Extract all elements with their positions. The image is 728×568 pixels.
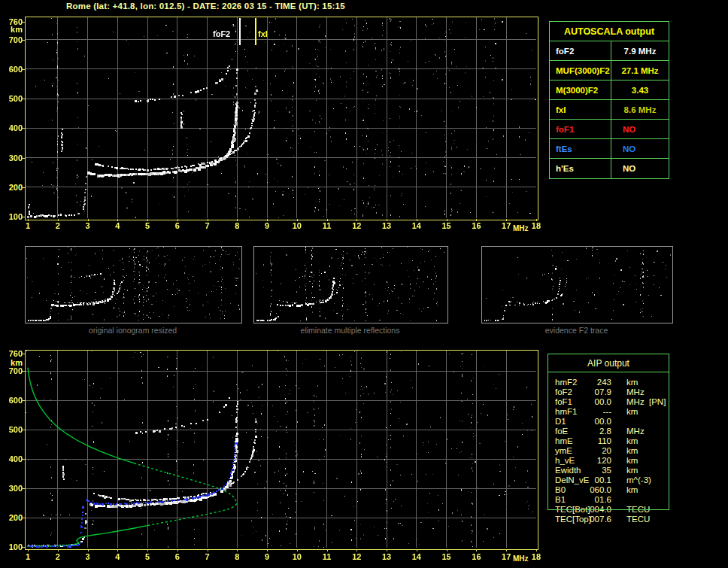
- aip-output-table: hmF2243km foF207.9MHz foF100.0MHz[PN] hm…: [548, 378, 669, 524]
- x-tick-mark: [177, 219, 178, 221]
- param-label: foF1: [555, 397, 572, 407]
- param-unit: MHz: [626, 397, 645, 407]
- param-label: B0: [555, 485, 566, 495]
- thumbnail-caption: original ionogram resized: [25, 326, 241, 335]
- table-row: hmF2243km: [548, 378, 669, 387]
- y-tick-mark: [22, 99, 25, 99]
- x-tick-mark: [387, 219, 387, 221]
- param-value: 007.6: [583, 515, 611, 524]
- x-tick-mark: [58, 549, 59, 551]
- y-tick-mark: [22, 22, 25, 23]
- table-row: foF2 7.9 MHz: [550, 41, 669, 61]
- param-label: MUF(3000)F2: [550, 61, 611, 80]
- table-row: hmE110km: [548, 436, 669, 446]
- x-tick-label: 3: [80, 552, 96, 561]
- param-value: 110: [583, 436, 611, 446]
- x-tick-label: 17: [498, 552, 514, 561]
- param-value: 3.43: [611, 80, 669, 99]
- top-ionogram-canvas: [26, 17, 536, 218]
- y-tick-mark: [22, 69, 25, 70]
- x-tick-mark: [28, 549, 29, 551]
- x-tick-mark: [387, 549, 387, 551]
- x-tick-label: 11: [319, 221, 335, 230]
- x-tick-label: 9: [259, 552, 275, 561]
- x-tick-mark: [327, 219, 328, 221]
- fxi-marker-label: fxI: [258, 29, 268, 38]
- thumbnail-evidence-canvas: [482, 247, 671, 321]
- bottom-ionogram-canvas: [26, 351, 536, 548]
- x-tick-label: 2: [50, 221, 66, 230]
- table-row: MUF(3000)F2 27.1 MHz: [550, 61, 669, 80]
- x-tick-label: 1: [20, 221, 36, 230]
- x-tick-label: 11: [319, 552, 335, 561]
- x-tick-mark: [147, 219, 148, 221]
- x-tick-mark: [447, 219, 447, 221]
- x-tick-mark: [177, 549, 178, 551]
- param-unit: km: [626, 446, 638, 456]
- y-tick-mark: [22, 430, 25, 430]
- autoscala-output-table: AUTOSCALA output foF2 7.9 MHz MUF(3000)F…: [549, 21, 669, 179]
- x-tick-mark: [447, 549, 447, 551]
- thumbnail-evidence-f2: [481, 246, 673, 323]
- param-label: Ewidth: [555, 466, 581, 475]
- param-value: 07.9: [583, 387, 611, 397]
- x-tick-mark: [417, 219, 417, 221]
- x-tick-label: 6: [169, 552, 186, 561]
- thumbnail-original-canvas: [26, 247, 240, 321]
- param-note: [PN]: [649, 397, 666, 407]
- thumbnail-original-ionogram: [25, 246, 242, 323]
- x-tick-label: 8: [229, 221, 245, 230]
- x-tick-label: 14: [408, 221, 425, 230]
- param-label: hmE: [555, 436, 573, 446]
- y-tick-mark: [22, 547, 25, 548]
- y-tick-label: 300: [2, 153, 23, 163]
- x-tick-mark: [417, 549, 417, 551]
- y-tick-label: 200: [2, 183, 23, 192]
- x-tick-label: 12: [348, 221, 365, 230]
- x-tick-mark: [356, 549, 357, 551]
- x-tick-mark: [267, 219, 268, 221]
- param-value: NO: [611, 159, 669, 178]
- param-label: foF2: [555, 387, 572, 397]
- param-unit: MHz: [626, 427, 645, 436]
- y-tick-mark: [22, 158, 25, 159]
- param-value: 2.8: [583, 427, 611, 436]
- param-label: fxI: [550, 100, 611, 119]
- param-value: 060.0: [583, 485, 611, 495]
- x-tick-mark: [208, 219, 208, 221]
- param-value: 004.0: [583, 505, 611, 515]
- param-value: 7.9 MHz: [611, 41, 669, 60]
- param-value: 20: [583, 446, 611, 456]
- y-tick-label: 400: [2, 454, 23, 463]
- table-row: fxI 8.6 MHz: [550, 100, 669, 120]
- y-tick-mark: [22, 518, 25, 518]
- param-label: h_vE: [555, 456, 575, 466]
- y-tick-mark: [22, 128, 25, 129]
- param-label: ftEs: [550, 139, 611, 158]
- y-tick-label: 100: [2, 212, 23, 221]
- table-row: ymE20km: [548, 446, 669, 456]
- param-value: 00.0: [583, 397, 611, 407]
- param-label: M(3000)F2: [550, 80, 611, 99]
- x-tick-label: 17: [498, 221, 514, 230]
- x-tick-mark: [117, 549, 118, 551]
- table-row: DelN_vE00.1m^(-3): [548, 475, 669, 485]
- param-label: foE: [555, 427, 568, 436]
- y-tick-label: 300: [2, 484, 23, 493]
- x-tick-label: 12: [348, 552, 365, 561]
- x-tick-label: 16: [468, 221, 484, 230]
- x-tick-mark: [476, 219, 477, 221]
- param-value: 120: [583, 456, 611, 466]
- autoscala-output-screen: Rome (lat: +41.8, lon: 012.5) - DATE: 20…: [0, 0, 728, 568]
- param-value: NO: [611, 120, 669, 138]
- y-tick-mark: [22, 354, 25, 354]
- autoscala-table-header: AUTOSCALA output: [550, 22, 669, 41]
- y-tick-label: 760: [2, 349, 23, 358]
- y-tick-mark: [22, 400, 25, 401]
- param-unit: km: [626, 456, 638, 466]
- table-row: foF1 NO: [550, 120, 669, 139]
- page-title: Rome (lat: +41.8, lon: 012.5) - DATE: 20…: [66, 2, 345, 11]
- y-tick-label: 700: [2, 366, 23, 375]
- table-row: h_vE120km: [548, 456, 669, 466]
- x-tick-label: 7: [199, 221, 216, 230]
